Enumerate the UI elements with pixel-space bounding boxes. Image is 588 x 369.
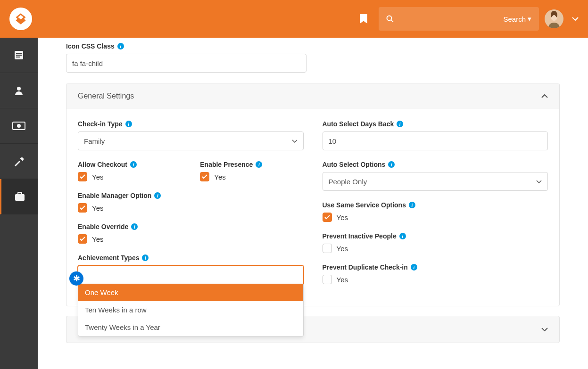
use-same-service-checkbox[interactable] [323, 213, 332, 222]
enable-override-label: Enable Override i [78, 223, 304, 230]
allow-checkout-checkbox[interactable] [78, 172, 87, 181]
search-bar[interactable]: Search ▾ [379, 7, 539, 31]
logo[interactable] [9, 8, 32, 30]
info-icon[interactable]: i [388, 161, 395, 168]
info-icon[interactable]: i [117, 43, 124, 49]
enable-override-checkbox[interactable] [78, 234, 87, 244]
prevent-duplicate-checkbox[interactable] [323, 275, 332, 284]
auto-select-options-select[interactable]: People Only [323, 172, 548, 191]
prevent-inactive-checkbox[interactable] [323, 244, 332, 253]
checkin-type-value: Family [84, 137, 105, 145]
user-menu-chevron-icon[interactable] [569, 17, 579, 21]
general-settings-title: General Settings [78, 92, 134, 100]
nav-book-icon[interactable] [0, 38, 38, 73]
search-type-dropdown[interactable]: Search ▾ [503, 15, 531, 23]
achievement-types-label: Achievement Types i [78, 254, 304, 262]
asterisk-badge-icon: ✱ [69, 271, 83, 286]
svg-rect-5 [16, 53, 22, 54]
enable-manager-checkbox[interactable] [78, 203, 87, 213]
info-icon[interactable]: i [142, 254, 149, 261]
info-icon[interactable]: i [409, 202, 415, 208]
dropdown-item[interactable]: One Week [78, 284, 303, 301]
general-settings-header[interactable]: General Settings [66, 83, 559, 109]
search-input[interactable] [399, 15, 497, 23]
caret-down-icon: ▾ [528, 15, 531, 23]
achievement-types-input[interactable] [78, 265, 304, 284]
chevron-down-icon [541, 328, 548, 331]
main-content: Icon CSS Class i General Settings Check-… [38, 38, 588, 369]
auto-select-days-label: Auto Select Days Back i [323, 120, 548, 128]
dropdown-item[interactable]: Ten Weeks in a row [78, 301, 303, 319]
svg-line-1 [391, 20, 394, 23]
general-settings-panel: General Settings Check-in Type i Family [66, 83, 560, 306]
chevron-down-icon [292, 139, 298, 143]
svg-point-0 [387, 16, 392, 21]
info-icon[interactable]: i [131, 223, 138, 230]
info-icon[interactable]: i [397, 121, 403, 127]
info-icon[interactable]: i [256, 161, 262, 168]
prevent-duplicate-label: Prevent Duplicate Check-in i [323, 263, 548, 271]
svg-point-8 [17, 87, 21, 90]
use-same-service-text: Yes [337, 213, 348, 221]
checkin-type-select[interactable]: Family [78, 131, 304, 150]
nav-money-icon[interactable] [0, 108, 38, 144]
chevron-up-icon [541, 94, 548, 98]
nav-briefcase-icon[interactable] [0, 179, 38, 214]
svg-rect-6 [16, 55, 22, 56]
enable-manager-label: Enable Manager Option i [78, 192, 304, 199]
auto-select-options-label: Auto Select Options i [323, 161, 548, 168]
bookmark-icon[interactable] [354, 14, 373, 24]
enable-presence-text: Yes [214, 173, 225, 181]
checkin-type-label: Check-in Type i [78, 120, 304, 128]
allow-checkout-text: Yes [92, 173, 103, 181]
svg-rect-7 [16, 57, 20, 57]
dropdown-item[interactable]: Twenty Weeks in a Year [78, 319, 303, 336]
enable-presence-label: Enable Presence i [200, 161, 303, 168]
prevent-inactive-label: Prevent Inactive People i [323, 232, 548, 240]
use-same-service-label: Use Same Service Options i [323, 201, 548, 209]
top-header: Search ▾ [0, 0, 588, 38]
info-icon[interactable]: i [125, 121, 132, 127]
search-icon [386, 15, 394, 23]
svg-rect-11 [15, 194, 25, 201]
info-icon[interactable]: i [399, 233, 406, 239]
nav-person-icon[interactable] [0, 73, 38, 108]
enable-manager-text: Yes [92, 204, 103, 212]
sidebar [0, 38, 38, 369]
achievement-types-dropdown: One Week Ten Weeks in a row Twenty Weeks… [78, 284, 304, 336]
prevent-duplicate-text: Yes [337, 276, 348, 284]
auto-select-options-value: People Only [329, 178, 367, 186]
svg-rect-12 [18, 192, 22, 194]
search-type-label: Search [503, 15, 526, 23]
svg-point-10 [17, 124, 21, 128]
prevent-inactive-text: Yes [337, 245, 348, 253]
allow-checkout-label: Allow Checkout i [78, 161, 181, 168]
enable-presence-checkbox[interactable] [200, 172, 209, 181]
icon-css-class-label: Icon CSS Class i [66, 42, 560, 50]
enable-override-text: Yes [92, 235, 103, 243]
info-icon[interactable]: i [130, 161, 137, 168]
info-icon[interactable]: i [411, 264, 417, 271]
chevron-down-icon [536, 180, 542, 183]
avatar[interactable] [545, 9, 563, 28]
icon-css-class-input[interactable] [66, 54, 306, 73]
info-icon[interactable]: i [154, 192, 161, 199]
nav-wrench-icon[interactable] [0, 144, 38, 179]
auto-select-days-input[interactable] [323, 131, 548, 150]
